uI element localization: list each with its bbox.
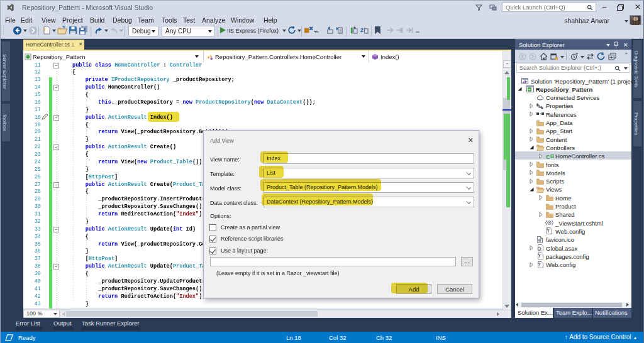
svg-text:C: C bbox=[546, 153, 550, 160]
svg-text:2: 2 bbox=[360, 27, 364, 33]
